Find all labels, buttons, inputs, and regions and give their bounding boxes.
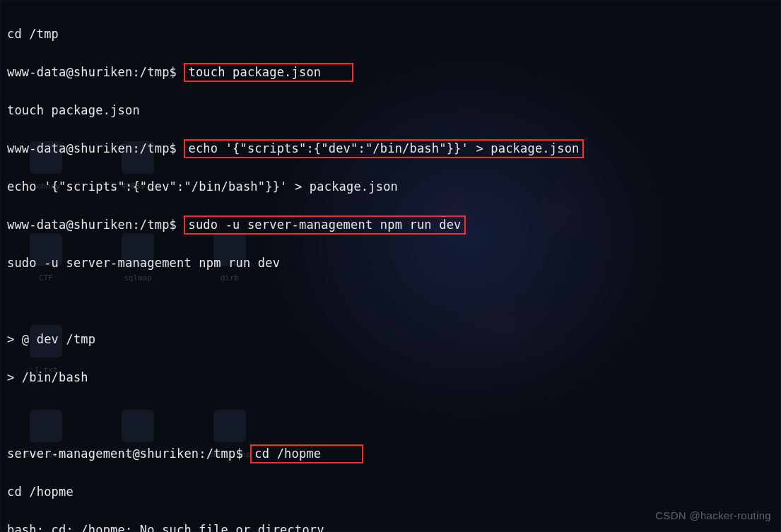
output-text: touch package.json <box>7 103 140 117</box>
terminal-line: www-data@shuriken:/tmp$ echo '{"scripts"… <box>7 139 774 158</box>
terminal-line: touch package.json <box>7 101 774 120</box>
blank-line <box>7 406 774 425</box>
output-text: sudo -u server-management npm run dev <box>7 256 280 270</box>
output-text: cd /hopme <box>7 485 74 499</box>
shell-prompt: www-data@shuriken:/tmp$ <box>7 141 177 155</box>
command-text: sudo -u server-management npm run dev <box>188 218 461 232</box>
command-text: cd /hopme <box>254 447 321 461</box>
blank-line <box>7 292 774 311</box>
terminal-line: > /bin/bash <box>7 368 774 387</box>
highlight-box: cd /hopme <box>250 444 363 463</box>
terminal[interactable]: cd /tmp www-data@shuriken:/tmp$ touch pa… <box>0 0 781 532</box>
output-text: cd /tmp <box>7 27 59 41</box>
terminal-line: sudo -u server-management npm run dev <box>7 254 774 273</box>
terminal-line: www-data@shuriken:/tmp$ touch package.js… <box>7 63 774 82</box>
terminal-line: cd /hopme <box>7 483 774 502</box>
output-text: > /bin/bash <box>7 370 88 384</box>
output-text: > @ dev /tmp <box>7 332 95 346</box>
output-text: bash: cd: /hopme: No such file or direct… <box>7 523 324 532</box>
highlight-box: touch package.json <box>184 63 353 82</box>
command-text: echo '{"scripts":{"dev":"/bin/bash"}}' >… <box>188 141 579 155</box>
watermark: CSDN @hacker-routing <box>655 506 771 525</box>
shell-prompt: server-management@shuriken:/tmp$ <box>7 447 243 461</box>
shell-prompt: www-data@shuriken:/tmp$ <box>7 65 177 79</box>
terminal-line: www-data@shuriken:/tmp$ sudo -u server-m… <box>7 215 774 235</box>
output-text: echo '{"scripts":{"dev":"/bin/bash"}}' >… <box>7 179 398 194</box>
command-text: touch package.json <box>188 65 321 79</box>
terminal-line: > @ dev /tmp <box>7 330 774 349</box>
terminal-line: cd /tmp <box>7 25 774 44</box>
highlight-box: sudo -u server-management npm run dev <box>184 215 465 235</box>
terminal-line: server-management@shuriken:/tmp$ cd /hop… <box>7 444 774 463</box>
shell-prompt: www-data@shuriken:/tmp$ <box>7 218 177 232</box>
highlight-box: echo '{"scripts":{"dev":"/bin/bash"}}' >… <box>184 139 583 158</box>
terminal-line: echo '{"scripts":{"dev":"/bin/bash"}}' >… <box>7 177 774 196</box>
